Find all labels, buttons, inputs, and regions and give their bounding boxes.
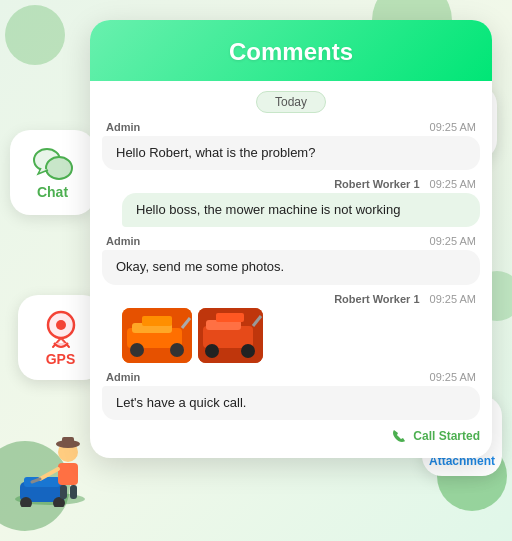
chat-bubbles-icon [33, 146, 73, 182]
svg-rect-11 [58, 463, 78, 485]
comments-panel: Comments Today Admin 09:25 AM Hello Robe… [90, 20, 492, 458]
gps-label: GPS [46, 351, 76, 367]
msg-time-2: 09:25 AM [430, 178, 476, 190]
chat-icon-card[interactable]: Chat [10, 130, 95, 215]
msg-meta-3: Admin 09:25 AM [102, 235, 480, 247]
svg-point-3 [56, 320, 66, 330]
message-group-3: Admin 09:25 AM Okay, send me some photos… [102, 235, 480, 284]
msg-sender-1: Admin [106, 121, 140, 133]
svg-point-1 [46, 157, 72, 179]
messages-list: Admin 09:25 AM Hello Robert, what is the… [90, 121, 492, 420]
msg-time-4: 09:25 AM [430, 293, 476, 305]
message-group-2: Robert Worker 1 09:25 AM Hello boss, the… [102, 178, 480, 227]
svg-rect-14 [70, 485, 77, 499]
svg-rect-13 [60, 485, 67, 499]
call-started-row: Call Started [102, 428, 480, 444]
location-pin-icon [43, 309, 79, 349]
svg-point-22 [170, 343, 184, 357]
msg-meta-4: Robert Worker 1 09:25 AM [122, 293, 480, 305]
msg-meta-2: Robert Worker 1 09:25 AM [102, 178, 480, 190]
msg-bubble-5: Let's have a quick call. [102, 386, 480, 420]
message-group-4: Robert Worker 1 09:25 AM [122, 293, 480, 363]
svg-point-28 [205, 344, 219, 358]
date-badge: Today [90, 91, 492, 113]
msg-time-3: 09:25 AM [430, 235, 476, 247]
svg-rect-30 [216, 313, 244, 322]
msg-bubble-3: Okay, send me some photos. [102, 250, 480, 284]
message-group-5: Admin 09:25 AM Let's have a quick call. [102, 371, 480, 420]
svg-point-29 [241, 344, 255, 358]
call-started-text: Call Started [413, 429, 480, 443]
msg-bubble-1: Hello Robert, what is the problem? [102, 136, 480, 170]
mower-image-2 [198, 308, 263, 363]
date-pill: Today [256, 91, 326, 113]
person-figure [10, 417, 90, 511]
message-group-1: Admin 09:25 AM Hello Robert, what is the… [102, 121, 480, 170]
panel-header: Comments [90, 20, 492, 81]
msg-bubble-2: Hello boss, the mower machine is not wor… [122, 193, 480, 227]
msg-meta-5: Admin 09:25 AM [102, 371, 480, 383]
panel-title: Comments [229, 38, 353, 65]
svg-rect-16 [62, 437, 74, 445]
msg-sender-5: Admin [106, 371, 140, 383]
msg-sender-3: Admin [106, 235, 140, 247]
chat-label: Chat [37, 184, 68, 200]
msg-sender-2: Robert Worker 1 [334, 178, 419, 190]
deco-circle-tl [5, 5, 65, 65]
msg-meta-1: Admin 09:25 AM [102, 121, 480, 133]
svg-point-21 [130, 343, 144, 357]
svg-rect-23 [142, 316, 172, 326]
msg-sender-4: Robert Worker 1 [334, 293, 419, 305]
image-row [122, 308, 480, 363]
phone-icon-small [391, 428, 407, 444]
msg-time-5: 09:25 AM [430, 371, 476, 383]
mower-image-1 [122, 308, 192, 363]
msg-time-1: 09:25 AM [430, 121, 476, 133]
